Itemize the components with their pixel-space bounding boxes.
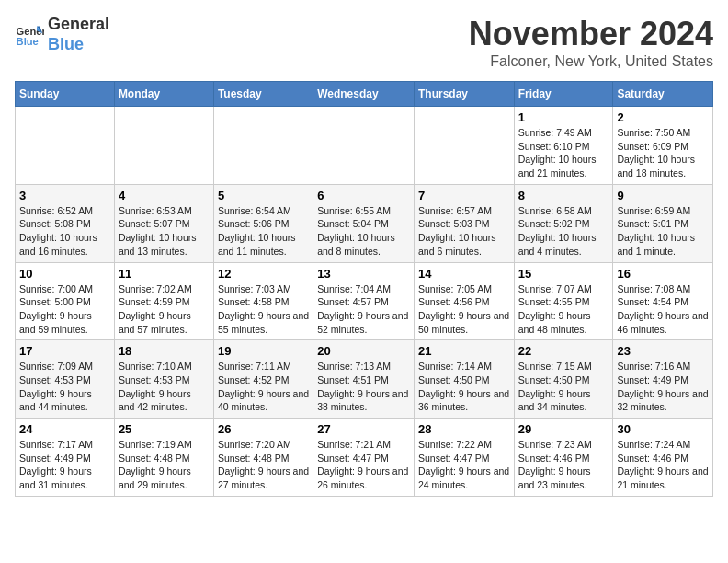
day-info: Sunrise: 6:53 AMSunset: 5:07 PMDaylight:… — [119, 204, 210, 259]
day-number: 7 — [418, 189, 510, 202]
day-info: Sunrise: 7:23 AMSunset: 4:46 PMDaylight:… — [518, 438, 609, 492]
day-number: 24 — [19, 422, 110, 436]
day-number: 19 — [218, 344, 309, 358]
day-info: Sunrise: 7:17 AMSunset: 4:49 PMDaylight:… — [19, 438, 110, 492]
day-info: Sunrise: 6:54 AMSunset: 5:06 PMDaylight:… — [218, 204, 309, 259]
day-info: Sunrise: 7:02 AMSunset: 4:59 PMDaylight:… — [119, 282, 210, 337]
calendar-cell-w3-d6: 23Sunrise: 7:16 AMSunset: 4:49 PMDayligh… — [613, 340, 713, 419]
day-info: Sunrise: 7:03 AMSunset: 4:58 PMDaylight:… — [218, 282, 309, 337]
day-number: 21 — [418, 344, 510, 358]
calendar-cell-w3-d3: 20Sunrise: 7:13 AMSunset: 4:51 PMDayligh… — [313, 340, 415, 419]
day-number: 30 — [617, 422, 709, 436]
calendar-cell-w2-d6: 16Sunrise: 7:08 AMSunset: 4:54 PMDayligh… — [613, 262, 713, 340]
week-row-2: 10Sunrise: 7:00 AMSunset: 5:00 PMDayligh… — [16, 262, 713, 340]
day-number: 6 — [317, 189, 410, 202]
day-number: 13 — [317, 267, 410, 281]
day-number: 17 — [19, 344, 110, 358]
title-section: November 2024 Falconer, New York, United… — [469, 15, 713, 70]
calendar-cell-w0-d3 — [313, 107, 415, 185]
calendar-cell-w1-d4: 7Sunrise: 6:57 AMSunset: 5:03 PMDaylight… — [414, 184, 514, 262]
logo-blue: Blue — [48, 35, 109, 55]
day-info: Sunrise: 7:16 AMSunset: 4:49 PMDaylight:… — [617, 360, 709, 414]
day-number: 26 — [218, 422, 309, 436]
day-number: 29 — [518, 422, 609, 436]
day-number: 23 — [617, 344, 709, 358]
day-info: Sunrise: 6:52 AMSunset: 5:08 PMDaylight:… — [19, 204, 110, 259]
day-number: 4 — [119, 189, 210, 202]
calendar-cell-w2-d5: 15Sunrise: 7:07 AMSunset: 4:55 PMDayligh… — [514, 262, 613, 340]
weekday-header-wednesday: Wednesday — [313, 82, 415, 107]
day-info: Sunrise: 7:22 AMSunset: 4:47 PMDaylight:… — [418, 438, 510, 492]
day-number: 14 — [418, 267, 510, 281]
day-info: Sunrise: 6:58 AMSunset: 5:02 PMDaylight:… — [518, 204, 609, 259]
calendar-cell-w1-d2: 5Sunrise: 6:54 AMSunset: 5:06 PMDaylight… — [213, 184, 313, 262]
svg-text:Blue: Blue — [17, 36, 39, 47]
day-info: Sunrise: 7:19 AMSunset: 4:48 PMDaylight:… — [119, 438, 210, 492]
weekday-header-thursday: Thursday — [414, 82, 514, 107]
calendar-cell-w0-d0 — [16, 107, 115, 185]
location-title: Falconer, New York, United States — [469, 53, 713, 70]
day-info: Sunrise: 6:55 AMSunset: 5:04 PMDaylight:… — [317, 204, 410, 259]
day-info: Sunrise: 7:09 AMSunset: 4:53 PMDaylight:… — [19, 360, 110, 414]
day-info: Sunrise: 7:08 AMSunset: 4:54 PMDaylight:… — [617, 282, 709, 337]
day-info: Sunrise: 7:14 AMSunset: 4:50 PMDaylight:… — [418, 360, 510, 414]
day-info: Sunrise: 6:59 AMSunset: 5:01 PMDaylight:… — [617, 204, 709, 259]
logo-icon: General Blue — [15, 20, 44, 50]
calendar-cell-w1-d6: 9Sunrise: 6:59 AMSunset: 5:01 PMDaylight… — [613, 184, 713, 262]
day-number: 11 — [119, 267, 210, 281]
day-number: 5 — [218, 189, 309, 202]
day-number: 12 — [218, 267, 309, 281]
logo: General Blue General Blue — [15, 15, 109, 54]
weekday-header-row: SundayMondayTuesdayWednesdayThursdayFrid… — [16, 82, 713, 107]
calendar-cell-w0-d1 — [114, 107, 213, 185]
day-number: 15 — [518, 267, 609, 281]
calendar-cell-w3-d1: 18Sunrise: 7:10 AMSunset: 4:53 PMDayligh… — [114, 340, 213, 419]
weekday-header-saturday: Saturday — [613, 82, 713, 107]
day-number: 16 — [617, 267, 709, 281]
day-info: Sunrise: 7:04 AMSunset: 4:57 PMDaylight:… — [317, 282, 410, 337]
weekday-header-sunday: Sunday — [16, 82, 115, 107]
day-info: Sunrise: 7:11 AMSunset: 4:52 PMDaylight:… — [218, 360, 309, 414]
calendar-cell-w0-d5: 1Sunrise: 7:49 AMSunset: 6:10 PMDaylight… — [514, 107, 613, 185]
calendar-cell-w1-d3: 6Sunrise: 6:55 AMSunset: 5:04 PMDaylight… — [313, 184, 415, 262]
week-row-1: 3Sunrise: 6:52 AMSunset: 5:08 PMDaylight… — [16, 184, 713, 262]
calendar-cell-w0-d6: 2Sunrise: 7:50 AMSunset: 6:09 PMDaylight… — [613, 107, 713, 185]
calendar-cell-w3-d5: 22Sunrise: 7:15 AMSunset: 4:50 PMDayligh… — [514, 340, 613, 419]
week-row-3: 17Sunrise: 7:09 AMSunset: 4:53 PMDayligh… — [16, 340, 713, 419]
calendar-cell-w2-d4: 14Sunrise: 7:05 AMSunset: 4:56 PMDayligh… — [414, 262, 514, 340]
calendar-cell-w4-d3: 27Sunrise: 7:21 AMSunset: 4:47 PMDayligh… — [313, 419, 415, 497]
calendar-body: 1Sunrise: 7:49 AMSunset: 6:10 PMDaylight… — [16, 107, 713, 497]
calendar-cell-w4-d1: 25Sunrise: 7:19 AMSunset: 4:48 PMDayligh… — [114, 419, 213, 497]
day-number: 10 — [19, 267, 110, 281]
calendar-table: SundayMondayTuesdayWednesdayThursdayFrid… — [15, 81, 713, 497]
calendar-cell-w4-d2: 26Sunrise: 7:20 AMSunset: 4:48 PMDayligh… — [213, 419, 313, 497]
day-info: Sunrise: 7:07 AMSunset: 4:55 PMDaylight:… — [518, 282, 609, 337]
day-info: Sunrise: 7:05 AMSunset: 4:56 PMDaylight:… — [418, 282, 510, 337]
calendar-cell-w1-d0: 3Sunrise: 6:52 AMSunset: 5:08 PMDaylight… — [16, 184, 115, 262]
day-number: 18 — [119, 344, 210, 358]
calendar-cell-w4-d5: 29Sunrise: 7:23 AMSunset: 4:46 PMDayligh… — [514, 419, 613, 497]
calendar-cell-w2-d2: 12Sunrise: 7:03 AMSunset: 4:58 PMDayligh… — [213, 262, 313, 340]
calendar-cell-w2-d3: 13Sunrise: 7:04 AMSunset: 4:57 PMDayligh… — [313, 262, 415, 340]
day-number: 20 — [317, 344, 410, 358]
calendar-cell-w3-d2: 19Sunrise: 7:11 AMSunset: 4:52 PMDayligh… — [213, 340, 313, 419]
calendar-cell-w1-d5: 8Sunrise: 6:58 AMSunset: 5:02 PMDaylight… — [514, 184, 613, 262]
logo-general: General — [48, 15, 109, 35]
day-number: 28 — [418, 422, 510, 436]
day-number: 2 — [617, 110, 709, 124]
day-info: Sunrise: 7:13 AMSunset: 4:51 PMDaylight:… — [317, 360, 410, 414]
day-info: Sunrise: 7:10 AMSunset: 4:53 PMDaylight:… — [119, 360, 210, 414]
calendar-cell-w2-d0: 10Sunrise: 7:00 AMSunset: 5:00 PMDayligh… — [16, 262, 115, 340]
calendar-cell-w4-d6: 30Sunrise: 7:24 AMSunset: 4:46 PMDayligh… — [613, 419, 713, 497]
day-info: Sunrise: 7:21 AMSunset: 4:47 PMDaylight:… — [317, 438, 410, 492]
calendar-cell-w4-d4: 28Sunrise: 7:22 AMSunset: 4:47 PMDayligh… — [414, 419, 514, 497]
calendar-cell-w0-d4 — [414, 107, 514, 185]
day-info: Sunrise: 7:50 AMSunset: 6:09 PMDaylight:… — [617, 126, 709, 180]
day-info: Sunrise: 6:57 AMSunset: 5:03 PMDaylight:… — [418, 204, 510, 259]
calendar-cell-w1-d1: 4Sunrise: 6:53 AMSunset: 5:07 PMDaylight… — [114, 184, 213, 262]
week-row-4: 24Sunrise: 7:17 AMSunset: 4:49 PMDayligh… — [16, 419, 713, 497]
day-number: 8 — [518, 189, 609, 202]
calendar-cell-w3-d4: 21Sunrise: 7:14 AMSunset: 4:50 PMDayligh… — [414, 340, 514, 419]
day-number: 25 — [119, 422, 210, 436]
day-info: Sunrise: 7:20 AMSunset: 4:48 PMDaylight:… — [218, 438, 309, 492]
